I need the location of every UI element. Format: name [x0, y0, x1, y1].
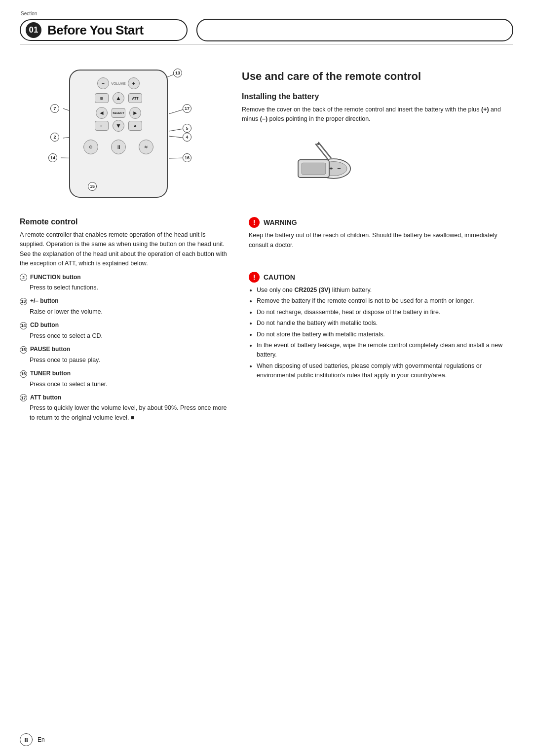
caution-item-4: Do not handle the battery with metallic …: [257, 319, 506, 328]
num-14: 14: [20, 322, 27, 329]
svg-text:−: −: [337, 165, 341, 172]
warning-icon: !: [249, 217, 260, 228]
function-btn-label: FUNCTION button: [30, 274, 81, 281]
warning-label: WARNING: [264, 218, 297, 226]
caution-item-5: Do not store the battery with metallic m…: [257, 330, 506, 339]
section-label: Section: [21, 11, 37, 16]
caution-box: ! CAUTION Use only one CR2025 (3V) lithi…: [242, 267, 513, 387]
plus-minus-btn-heading: 13 +/– button: [20, 297, 227, 305]
svg-text:+: +: [329, 165, 333, 172]
svg-rect-12: [302, 163, 326, 175]
callout-14: 14: [48, 153, 57, 162]
cd-btn-label: CD button: [30, 322, 59, 328]
callout-17: 17: [183, 104, 191, 113]
pause-btn-label: PAUSE button: [30, 346, 70, 353]
section-title: Before You Start: [47, 23, 144, 38]
att-btn-desc: Press to quickly lower the volume level,…: [20, 403, 227, 423]
left-btn[interactable]: ◄: [96, 107, 108, 119]
warning-box: ! WARNING Keep the battery out of the re…: [242, 212, 513, 259]
remote-diagram: − VOLUME + B ▲ ATT ◄ SEL: [30, 55, 217, 213]
left-column: − VOLUME + B ▲ ATT ◄ SEL: [20, 55, 227, 427]
att-btn-heading: 17 ATT button: [20, 394, 227, 402]
num-15: 15: [20, 346, 27, 354]
btn-row-3: F ▼ A: [77, 120, 160, 132]
num-17: 17: [20, 394, 27, 401]
callout-16: 16: [183, 153, 191, 162]
remote-body-diagram: − VOLUME + B ▲ ATT ◄ SEL: [69, 70, 168, 198]
callout-7: 7: [50, 104, 59, 113]
caution-item-1: Use only one CR2025 (3V) lithium battery…: [257, 286, 506, 295]
remote-control-heading: Remote control: [20, 217, 227, 226]
function-btn-heading: 2 FUNCTION button: [20, 274, 227, 282]
page-number: 8: [20, 733, 33, 746]
pause-btn-desc: Press once to pause play.: [20, 356, 227, 365]
num-16: 16: [20, 370, 27, 378]
caution-label: CAUTION: [264, 273, 295, 281]
callout-5: 5: [183, 124, 191, 133]
warning-body: Keep the battery out of the reach of chi…: [249, 231, 506, 250]
down-btn[interactable]: ▼: [113, 120, 124, 132]
caution-list: Use only one CR2025 (3V) lithium battery…: [249, 286, 506, 380]
right-column: Use and care of the remote control Insta…: [242, 55, 513, 427]
f-btn[interactable]: F: [95, 121, 109, 131]
caution-item-6: In the event of battery leakage, wipe th…: [257, 341, 506, 360]
warning-title: ! WARNING: [249, 217, 506, 228]
callout-2: 2: [50, 133, 59, 142]
footer-lang: En: [38, 736, 45, 743]
vol-minus-btn[interactable]: −: [97, 77, 109, 89]
bottom-row: ⊙ ⏸ ≋: [77, 140, 160, 154]
tuner-btn-heading: 16 TUNER button: [20, 370, 227, 378]
select-btn[interactable]: SELECT: [112, 108, 125, 118]
btn-row-2: B ▲ ATT: [77, 92, 160, 104]
installing-battery-heading: Installing the battery: [242, 92, 513, 101]
pause-btn-heading: 15 PAUSE button: [20, 346, 227, 354]
volume-label: VOLUME: [111, 82, 126, 85]
num-13: 13: [20, 298, 27, 305]
num-2: 2: [20, 274, 27, 281]
cd-btn-heading: 14 CD button: [20, 322, 227, 329]
pause-btn[interactable]: ⏸: [111, 140, 126, 154]
tuner-btn-label: TUNER button: [30, 370, 71, 377]
button-list: 2 FUNCTION button Press to select functi…: [20, 274, 227, 423]
vol-plus-btn[interactable]: +: [128, 77, 140, 89]
header: 01 Before You Start: [20, 10, 513, 45]
section-number: 01: [26, 22, 41, 38]
tuner-btn[interactable]: ≋: [139, 140, 153, 154]
b-btn[interactable]: B: [95, 93, 109, 103]
main-content: − VOLUME + B ▲ ATT ◄ SEL: [20, 55, 513, 427]
right-btn[interactable]: ►: [129, 107, 141, 119]
page: Section 01 Before You Start: [0, 0, 533, 756]
installing-battery-body: Remove the cover on the back of the remo…: [242, 105, 513, 124]
caution-icon: !: [249, 272, 260, 283]
cd-btn[interactable]: ⊙: [83, 140, 98, 154]
use-care-heading: Use and care of the remote control: [242, 70, 513, 83]
section-box: 01 Before You Start: [20, 19, 188, 41]
footer: 8 En: [20, 733, 45, 746]
cd-btn-desc: Press once to select a CD.: [20, 331, 227, 341]
caution-item-7: When disposing of used batteries, please…: [257, 361, 506, 381]
remote-control-body: A remote controller that enables remote …: [20, 230, 227, 269]
volume-row: − VOLUME +: [77, 77, 160, 89]
battery-illustration: + −: [271, 135, 360, 194]
att-btn[interactable]: ATT: [128, 93, 142, 103]
select-row: ◄ SELECT ►: [77, 107, 160, 119]
plus-minus-btn-desc: Raise or lower the volume.: [20, 307, 227, 317]
caution-title: ! CAUTION: [249, 272, 506, 283]
plus-minus-btn-label: +/– button: [30, 297, 59, 304]
up-btn[interactable]: ▲: [113, 92, 124, 104]
caution-item-2: Remove the battery if the remote control…: [257, 296, 506, 306]
callout-15: 15: [88, 182, 97, 191]
function-btn-desc: Press to select functions.: [20, 283, 227, 292]
a-btn[interactable]: A: [128, 121, 142, 131]
header-right-box: [196, 19, 513, 41]
tuner-btn-desc: Press once to select a tuner.: [20, 380, 227, 389]
att-btn-label: ATT button: [30, 394, 61, 401]
callout-13: 13: [173, 69, 182, 77]
callout-4: 4: [183, 133, 191, 142]
caution-item-3: Do not recharge, disassemble, heat or di…: [257, 308, 506, 317]
